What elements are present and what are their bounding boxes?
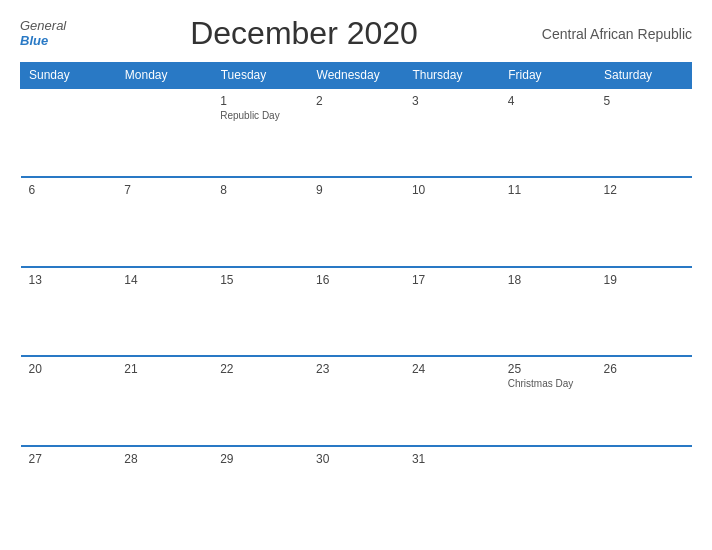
day-number: 9 <box>316 183 396 197</box>
calendar-cell <box>500 446 596 535</box>
weekday-header: Tuesday <box>212 63 308 89</box>
calendar-cell: 28 <box>116 446 212 535</box>
calendar-cell: 11 <box>500 177 596 266</box>
day-number: 6 <box>29 183 109 197</box>
calendar-cell: 6 <box>21 177 117 266</box>
calendar-cell: 2 <box>308 88 404 177</box>
day-number: 25 <box>508 362 588 376</box>
calendar-cell: 18 <box>500 267 596 356</box>
day-number: 13 <box>29 273 109 287</box>
logo: General Blue <box>20 19 66 48</box>
day-number: 28 <box>124 452 204 466</box>
calendar-cell: 25Christmas Day <box>500 356 596 445</box>
logo-general-text: General <box>20 19 66 33</box>
day-number: 19 <box>604 273 684 287</box>
day-number: 3 <box>412 94 492 108</box>
day-number: 26 <box>604 362 684 376</box>
day-number: 10 <box>412 183 492 197</box>
calendar-cell: 15 <box>212 267 308 356</box>
calendar-cell: 8 <box>212 177 308 266</box>
calendar-cell: 17 <box>404 267 500 356</box>
calendar-header-row: SundayMondayTuesdayWednesdayThursdayFrid… <box>21 63 692 89</box>
calendar-cell: 3 <box>404 88 500 177</box>
day-number: 24 <box>412 362 492 376</box>
day-number: 5 <box>604 94 684 108</box>
calendar-cell: 14 <box>116 267 212 356</box>
day-number: 31 <box>412 452 492 466</box>
calendar-cell: 21 <box>116 356 212 445</box>
calendar-cell: 7 <box>116 177 212 266</box>
calendar-cell: 16 <box>308 267 404 356</box>
day-number: 29 <box>220 452 300 466</box>
calendar-cell: 4 <box>500 88 596 177</box>
weekday-header: Thursday <box>404 63 500 89</box>
calendar-cell: 23 <box>308 356 404 445</box>
calendar-cell: 9 <box>308 177 404 266</box>
holiday-label: Republic Day <box>220 110 300 121</box>
calendar-cell: 13 <box>21 267 117 356</box>
calendar-cell: 22 <box>212 356 308 445</box>
calendar-cell: 26 <box>596 356 692 445</box>
day-number: 18 <box>508 273 588 287</box>
day-number: 11 <box>508 183 588 197</box>
day-number: 2 <box>316 94 396 108</box>
day-number: 20 <box>29 362 109 376</box>
calendar-cell: 12 <box>596 177 692 266</box>
calendar-cell: 20 <box>21 356 117 445</box>
weekday-header: Wednesday <box>308 63 404 89</box>
day-number: 16 <box>316 273 396 287</box>
weekday-header: Saturday <box>596 63 692 89</box>
day-number: 27 <box>29 452 109 466</box>
weekday-header: Monday <box>116 63 212 89</box>
calendar-week-row: 2728293031 <box>21 446 692 535</box>
calendar-cell: 5 <box>596 88 692 177</box>
day-number: 15 <box>220 273 300 287</box>
calendar-cell: 10 <box>404 177 500 266</box>
calendar-title: December 2020 <box>190 15 418 52</box>
calendar-cell: 27 <box>21 446 117 535</box>
calendar-body: 1Republic Day234567891011121314151617181… <box>21 88 692 535</box>
calendar-week-row: 6789101112 <box>21 177 692 266</box>
calendar-cell: 24 <box>404 356 500 445</box>
calendar-week-row: 202122232425Christmas Day26 <box>21 356 692 445</box>
calendar-cell <box>116 88 212 177</box>
day-number: 1 <box>220 94 300 108</box>
holiday-label: Christmas Day <box>508 378 588 389</box>
weekday-header: Sunday <box>21 63 117 89</box>
calendar-week-row: 1Republic Day2345 <box>21 88 692 177</box>
day-number: 22 <box>220 362 300 376</box>
day-number: 8 <box>220 183 300 197</box>
calendar-week-row: 13141516171819 <box>21 267 692 356</box>
calendar-cell: 1Republic Day <box>212 88 308 177</box>
calendar-table: SundayMondayTuesdayWednesdayThursdayFrid… <box>20 62 692 535</box>
day-number: 17 <box>412 273 492 287</box>
weekday-header: Friday <box>500 63 596 89</box>
day-number: 7 <box>124 183 204 197</box>
calendar-cell: 31 <box>404 446 500 535</box>
country-label: Central African Republic <box>542 26 692 42</box>
calendar-cell <box>596 446 692 535</box>
day-number: 23 <box>316 362 396 376</box>
day-number: 14 <box>124 273 204 287</box>
day-number: 21 <box>124 362 204 376</box>
calendar-cell: 19 <box>596 267 692 356</box>
day-number: 4 <box>508 94 588 108</box>
calendar-cell: 29 <box>212 446 308 535</box>
calendar-header: General Blue December 2020 Central Afric… <box>20 15 692 52</box>
day-number: 12 <box>604 183 684 197</box>
day-number: 30 <box>316 452 396 466</box>
calendar-cell: 30 <box>308 446 404 535</box>
logo-blue-text: Blue <box>20 34 48 48</box>
calendar-cell <box>21 88 117 177</box>
